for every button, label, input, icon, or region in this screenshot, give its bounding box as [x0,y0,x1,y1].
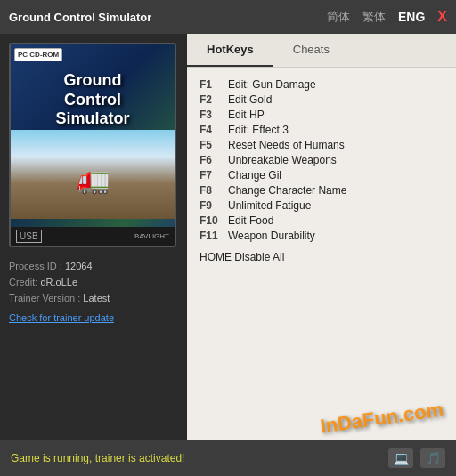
lang-traditional[interactable]: 繁体 [362,9,386,25]
version-label: Trainer Version : [9,293,80,303]
hotkey-desc: Edit Food [228,214,273,227]
title-bar-controls: 简体 繁体 ENG X [327,9,447,25]
version-value: Latest [83,293,110,303]
hotkey-key: F6 [200,154,228,166]
hotkey-row: F8Change Character Name [200,184,444,197]
hotkey-desc: Change Character Name [228,184,346,197]
lang-simplified[interactable]: 简体 [327,9,350,25]
hotkey-row: F1Edit: Gun Damage [200,78,444,91]
hotkey-desc: Edit Gold [228,93,272,106]
credit-value: dR.oLLe [40,277,77,287]
app-title: Ground Control Simulator [9,11,151,24]
hotkey-desc: Unlimited Fatigue [228,199,311,212]
hotkey-row: F10Edit Food [200,214,444,227]
right-panel: HotKeys Cheats F1Edit: Gun DamageF2Edit … [187,34,456,440]
bottom-bar: Game is running, trainer is activated! 💻… [0,440,456,476]
hotkey-row: F6Unbreakable Weapons [200,154,444,166]
cover-scene: 🚛 [11,130,175,219]
cover-badge: PC CD-ROM [14,48,62,61]
hotkey-desc: Weapon Durability [228,230,315,242]
status-text: Game is running, trainer is activated! [11,452,184,464]
bottom-icons: 💻 🎵 [388,448,445,468]
hotkey-desc: Edit HP [228,109,265,121]
hotkey-key: F5 [200,139,228,151]
hotkey-key: F4 [200,124,228,136]
hotkey-key: F1 [200,78,228,91]
usb-icon: USB [16,230,42,243]
hotkey-row: F7Change Gil [200,169,444,182]
update-link[interactable]: Check for trainer update [9,312,114,323]
hotkey-key: F9 [200,199,228,212]
hotkey-row: F5Reset Needs of Humans [200,139,444,151]
hotkey-desc: Edit: Effect 3 [228,124,289,136]
credit-row: Credit: dR.oLLe [9,277,178,287]
disable-all: HOME Disable All [200,251,444,263]
cover-title: GroundControlSimulator [48,71,136,129]
hotkey-row: F9Unlimited Fatigue [200,199,444,212]
hotkey-key: F11 [200,230,228,242]
tab-bar: HotKeys Cheats [187,34,456,68]
hotkey-key: F3 [200,109,228,121]
hotkey-desc: Edit: Gun Damage [228,78,316,91]
hotkey-row: F4Edit: Effect 3 [200,124,444,136]
hotkeys-content: F1Edit: Gun DamageF2Edit GoldF3Edit HPF4… [187,68,456,440]
hotkey-key: F7 [200,169,228,182]
tab-hotkeys[interactable]: HotKeys [187,34,273,67]
title-bar: Ground Control Simulator 简体 繁体 ENG X [0,0,456,34]
music-icon[interactable]: 🎵 [420,448,445,468]
process-id-row: Process ID : 12064 [9,261,178,271]
close-button[interactable]: X [437,9,447,25]
cover-truck-icon: 🚛 [77,164,110,195]
brand-logo: BAVLIGHT [134,232,169,240]
hotkey-desc: Reset Needs of Humans [228,139,345,151]
hotkey-desc: Change Gil [228,169,281,182]
hotkey-key: F8 [200,184,228,197]
monitor-icon[interactable]: 💻 [388,448,413,468]
hotkey-row: F2Edit Gold [200,93,444,106]
hotkey-desc: Unbreakable Weapons [228,154,337,166]
hotkey-key: F10 [200,214,228,227]
cover-bottom: USB BAVLIGHT [11,227,175,246]
version-row: Trainer Version : Latest [9,293,178,303]
process-id-label: Process ID : [9,261,62,271]
main-content: PC CD-ROM GroundControlSimulator 🚛 USB B… [0,34,456,440]
left-panel: PC CD-ROM GroundControlSimulator 🚛 USB B… [0,34,187,440]
tab-cheats[interactable]: Cheats [273,34,349,67]
credit-label: Credit: [9,277,37,287]
hotkey-key: F2 [200,93,228,106]
game-cover: PC CD-ROM GroundControlSimulator 🚛 USB B… [9,43,176,247]
info-section: Process ID : 12064 Credit: dR.oLLe Train… [9,256,178,329]
lang-english[interactable]: ENG [398,10,425,24]
process-id-value: 12064 [65,261,93,271]
hotkey-row: F3Edit HP [200,109,444,121]
hotkey-row: F11Weapon Durability [200,230,444,242]
